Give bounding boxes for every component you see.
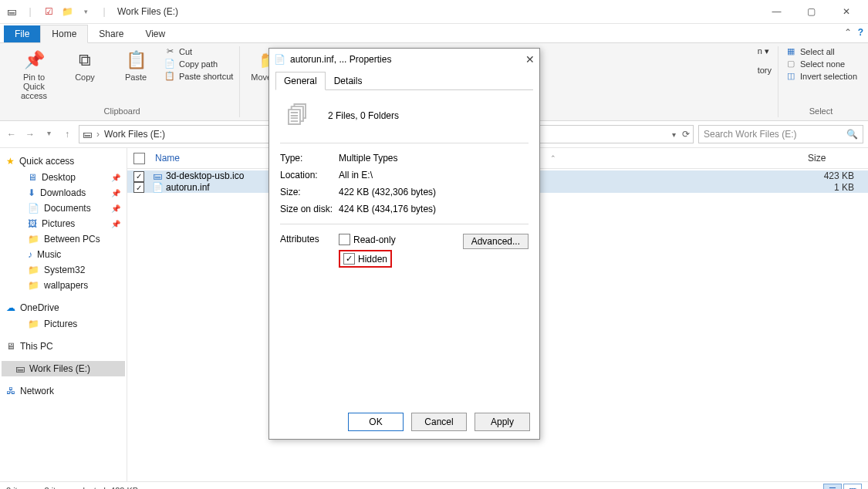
column-size[interactable]: Size	[800, 148, 868, 168]
readonly-checkbox[interactable]	[339, 234, 350, 245]
nav-downloads[interactable]: ⬇Downloads📌	[2, 185, 125, 201]
hidden-checkbox[interactable]: ✓	[343, 253, 355, 265]
ribbon-group-select: ▦Select all ▢Select none ◫Invert selecti…	[778, 46, 863, 117]
folder-icon: 📁	[28, 234, 39, 244]
ribbon-collapse-icon[interactable]: ⌃	[844, 27, 852, 38]
paste-shortcut-icon: 📋	[164, 71, 176, 81]
help-icon[interactable]: ?	[858, 27, 863, 38]
dialog-summary: 2 Files, 0 Folders	[328, 110, 399, 121]
search-input[interactable]: Search Work Files (E:) 🔍	[698, 125, 863, 143]
readonly-checkbox-row[interactable]: Read-only	[339, 234, 463, 245]
copy-icon: ⧉	[79, 48, 91, 73]
minimize-button[interactable]: —	[759, 1, 794, 22]
open-partial-2[interactable]: tory	[758, 66, 772, 75]
dialog-tabs: General Details	[275, 72, 533, 90]
value-size-on-disk: 424 KB (434,176 bytes)	[339, 204, 529, 214]
invert-selection-button[interactable]: ◫Invert selection	[785, 71, 857, 81]
file-checkbox[interactable]: ✓	[133, 171, 144, 182]
cloud-icon: ☁	[6, 302, 15, 313]
maximize-button[interactable]: ▢	[794, 1, 829, 22]
select-none-button[interactable]: ▢Select none	[785, 59, 857, 69]
open-partial-1[interactable]: n ▾	[758, 46, 772, 56]
qat-separator2: |	[97, 5, 111, 19]
select-none-icon: ▢	[785, 59, 797, 69]
pin-icon: 📌	[111, 174, 120, 182]
pin-icon: 📌	[111, 189, 120, 197]
downloads-icon: ⬇	[28, 187, 35, 198]
qat-separator: |	[23, 5, 37, 19]
file-checkbox[interactable]: ✓	[133, 182, 144, 193]
pc-icon: 🖥	[6, 341, 15, 352]
nav-music[interactable]: ♪Music	[2, 247, 125, 262]
label-size: Size:	[280, 187, 339, 197]
ribbon-group-clipboard: 📌 Pin to Quick access ⧉ Copy 📋 Paste ✂Cu…	[5, 46, 240, 117]
nav-up-button[interactable]: ↑	[60, 129, 74, 140]
nav-wallpapers[interactable]: 📁wallpapers	[2, 278, 125, 293]
tab-home[interactable]: Home	[40, 25, 88, 43]
window-titlebar: 🖴 | ☑ 📁 ▾ | Work Files (E:) — ▢ ✕	[0, 0, 868, 24]
nav-between-pcs[interactable]: 📁Between PCs	[2, 231, 125, 247]
ok-button[interactable]: OK	[348, 413, 404, 431]
dialog-close-button[interactable]: ✕	[525, 53, 535, 66]
cut-button[interactable]: ✂Cut	[164, 46, 233, 56]
nav-onedrive-pictures[interactable]: 📁Pictures	[2, 316, 125, 332]
close-button[interactable]: ✕	[829, 1, 863, 22]
label-type: Type:	[280, 153, 339, 164]
nav-system32[interactable]: 📁System32	[2, 262, 125, 278]
advanced-button[interactable]: Advanced...	[463, 234, 529, 249]
nav-drive-workfiles[interactable]: 🖴Work Files (E:)	[2, 361, 125, 376]
copy-path-icon: 📄	[164, 59, 176, 69]
qat-properties-icon[interactable]: ☑	[42, 5, 56, 19]
cut-icon: ✂	[164, 46, 176, 56]
paste-icon: 📋	[126, 48, 147, 73]
ribbon-tabs: File Home Share View ⌃ ?	[0, 24, 868, 43]
ribbon-group-open-partial: n ▾ tory	[756, 46, 778, 117]
nav-recent-button[interactable]: ▾	[42, 129, 56, 140]
nav-documents[interactable]: 📄Documents📌	[2, 201, 125, 216]
value-size: 422 KB (432,306 bytes)	[339, 187, 529, 197]
select-all-button[interactable]: ▦Select all	[785, 46, 857, 56]
tab-file[interactable]: File	[4, 25, 40, 42]
qat-folder-icon[interactable]: 📁	[60, 5, 74, 19]
file-size: 1 KB	[800, 182, 868, 193]
tab-share[interactable]: Share	[88, 25, 134, 42]
nav-onedrive[interactable]: ☁OneDrive	[2, 299, 125, 316]
tab-general[interactable]: General	[275, 72, 326, 90]
nav-pictures[interactable]: 🖼Pictures📌	[2, 216, 125, 231]
label-size-on-disk: Size on disk:	[280, 204, 339, 214]
address-dropdown-icon[interactable]: ▾	[672, 130, 676, 139]
nav-desktop[interactable]: 🖥Desktop📌	[2, 170, 125, 185]
label-location: Location:	[280, 170, 339, 180]
refresh-button[interactable]: ⟳	[682, 129, 690, 140]
file-icon: 📄	[150, 182, 164, 193]
paste-shortcut-button[interactable]: 📋Paste shortcut	[164, 71, 233, 81]
dialog-icon: 📄	[274, 54, 285, 65]
paste-button[interactable]: 📋 Paste	[113, 46, 159, 83]
value-location: All in E:\	[339, 170, 529, 180]
pin-icon: 📌	[24, 48, 45, 73]
value-type: Multiple Types	[339, 153, 529, 164]
nav-back-button[interactable]: ←	[5, 129, 19, 140]
nav-forward-button[interactable]: →	[23, 129, 37, 140]
view-icons-button[interactable]: ▦	[843, 484, 862, 489]
pin-quick-access-button[interactable]: 📌 Pin to Quick access	[11, 46, 57, 102]
pin-icon: 📌	[111, 220, 120, 228]
nav-quick-access[interactable]: ★Quick access	[2, 153, 125, 170]
copy-path-button[interactable]: 📄Copy path	[164, 59, 233, 69]
view-details-button[interactable]: ☰	[823, 484, 842, 489]
ribbon-group-label-clipboard: Clipboard	[104, 106, 140, 117]
copy-button[interactable]: ⧉ Copy	[62, 46, 108, 83]
nav-network[interactable]: 🖧Network	[2, 383, 125, 400]
nav-this-pc[interactable]: 🖥This PC	[2, 338, 125, 355]
tab-details[interactable]: Details	[326, 72, 371, 90]
pin-icon: 📌	[111, 204, 120, 213]
cancel-button[interactable]: Cancel	[411, 413, 467, 431]
pictures-icon: 🖼	[28, 218, 37, 229]
tab-view[interactable]: View	[134, 25, 176, 42]
qat-dropdown-icon[interactable]: ▾	[79, 5, 93, 19]
address-drive-icon: 🖴	[83, 129, 92, 140]
search-icon: 🔍	[846, 129, 858, 140]
documents-icon: 📄	[28, 203, 39, 214]
apply-button[interactable]: Apply	[475, 413, 530, 431]
select-all-checkbox[interactable]	[133, 153, 145, 164]
